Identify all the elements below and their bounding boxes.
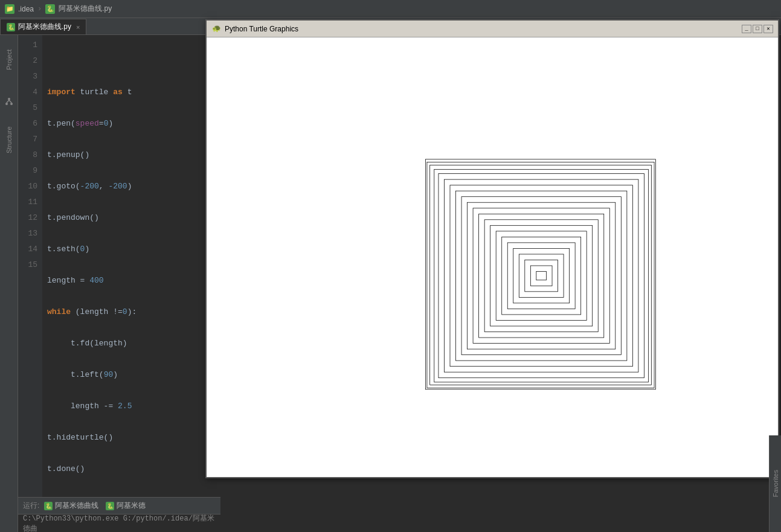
turtle-title-text: Python Turtle Graphics <box>225 25 742 33</box>
terminal-text: C:\Python33\python.exe G:/python/.idea/阿… <box>23 513 216 533</box>
code-editor: 1 2 3 4 5 6 7 8 9 10 11 12 13 14 15 impo <box>18 35 220 532</box>
svg-rect-13 <box>461 197 621 355</box>
svg-rect-8 <box>434 169 649 382</box>
svg-line-3 <box>7 100 9 103</box>
run-item-2-icon: 🐍 <box>106 502 114 510</box>
code-line-9: ▼ while (length !=0): <box>47 304 216 320</box>
file-icon: 🐍 <box>45 4 55 14</box>
run-item-2[interactable]: 🐍 阿基米德 <box>106 501 146 511</box>
svg-rect-18 <box>490 225 593 326</box>
code-line-5: t.goto(-200, -200) <box>47 179 216 194</box>
svg-rect-9 <box>439 174 644 378</box>
svg-line-4 <box>9 100 11 103</box>
code-line-12: length -= 2.5 <box>47 399 216 414</box>
turtle-title-icon: 🐢 <box>211 24 221 34</box>
code-line-14: t.done() <box>47 461 216 477</box>
spiral-svg: .sp { fill: none; stroke: #000; stroke-w… <box>420 142 661 396</box>
folder-name: .idea <box>18 5 34 13</box>
structure-sidebar-toggle[interactable]: Structure <box>2 116 16 164</box>
svg-rect-24 <box>525 260 558 291</box>
tab-main-file[interactable]: 🐍 阿基米德曲线.py × <box>0 19 86 34</box>
svg-rect-21 <box>507 243 575 309</box>
code-line-6: t.pendown() <box>47 210 216 226</box>
svg-rect-7 <box>430 165 652 385</box>
minimize-button[interactable]: _ <box>742 25 751 33</box>
run-label: 运行: <box>23 501 39 511</box>
svg-rect-22 <box>513 248 570 303</box>
code-area: 1 2 3 4 5 6 7 8 9 10 11 12 13 14 15 impo <box>18 35 220 497</box>
folder-icon: 📁 <box>5 4 14 14</box>
svg-rect-19 <box>496 231 587 321</box>
svg-rect-23 <box>519 254 564 297</box>
maximize-button[interactable]: □ <box>753 25 762 33</box>
turtle-window-buttons: _ □ ✕ <box>742 25 773 33</box>
title-bar: 📁 .idea › 🐍 阿基米德曲线.py <box>0 0 781 18</box>
file-name: 阿基米德曲线.py <box>59 4 112 14</box>
favorites-label: Favorites <box>772 470 779 497</box>
code-line-15 <box>47 493 216 497</box>
project-sidebar-toggle[interactable]: Project <box>2 39 16 81</box>
run-item-1-label: 阿基米德曲线 <box>55 501 98 511</box>
svg-rect-16 <box>479 214 604 338</box>
code-line-10: t.fd(length) <box>47 336 216 351</box>
svg-rect-12 <box>456 191 627 361</box>
code-line-7: t.seth(0) <box>47 242 216 257</box>
close-button[interactable]: ✕ <box>763 25 773 33</box>
code-line-3: t.pen(speed=0) <box>47 116 216 132</box>
turtle-window[interactable]: 🐢 Python Turtle Graphics _ □ ✕ .sp { fil… <box>205 19 779 478</box>
left-sidebar: Project Structure <box>0 35 18 532</box>
code-line-13: t.hideturtle() <box>47 430 216 446</box>
code-content[interactable]: import turtle as t t.pen(speed=0) t.penu… <box>42 35 220 497</box>
svg-rect-6 <box>427 162 654 388</box>
project-label: Project <box>5 50 13 70</box>
svg-rect-25 <box>530 266 552 286</box>
turtle-canvas: .sp { fill: none; stroke: #000; stroke-w… <box>207 37 778 477</box>
svg-rect-26 <box>536 272 547 280</box>
tab-file-icon: 🐍 <box>7 23 15 31</box>
svg-point-1 <box>5 103 8 105</box>
line-numbers: 1 2 3 4 5 6 7 8 9 10 11 12 13 14 15 <box>18 35 42 497</box>
tab-close-button[interactable]: × <box>76 24 80 31</box>
run-item-1-icon: 🐍 <box>44 502 53 510</box>
spiral-drawing: .sp { fill: none; stroke: #000; stroke-w… <box>420 142 661 399</box>
code-line-8: length = 400 <box>47 273 216 289</box>
run-item-1[interactable]: 🐍 阿基米德曲线 <box>44 501 98 511</box>
code-line-11: t.left(90) <box>47 367 216 383</box>
title-separator: › <box>37 5 42 13</box>
code-line-4: t.penup() <box>47 147 216 163</box>
svg-rect-11 <box>450 185 632 367</box>
tab-label: 阿基米德曲线.py <box>18 22 71 32</box>
svg-point-2 <box>10 103 13 105</box>
run-item-2-label: 阿基米德 <box>117 501 146 511</box>
run-bar: 运行: 🐍 阿基米德曲线 🐍 阿基米德 <box>18 497 220 514</box>
turtle-titlebar: 🐢 Python Turtle Graphics _ □ ✕ <box>207 21 778 37</box>
svg-rect-15 <box>473 208 609 344</box>
svg-point-0 <box>8 98 10 100</box>
code-line-1 <box>47 53 216 69</box>
code-line-2: import turtle as t <box>47 85 216 100</box>
terminal-bar: C:\Python33\python.exe G:/python/.idea/阿… <box>18 514 220 532</box>
favorites-sidebar[interactable]: Favorites <box>769 435 781 532</box>
svg-rect-14 <box>468 202 615 349</box>
git-icon[interactable] <box>2 94 16 109</box>
structure-label: Structure <box>5 127 13 154</box>
